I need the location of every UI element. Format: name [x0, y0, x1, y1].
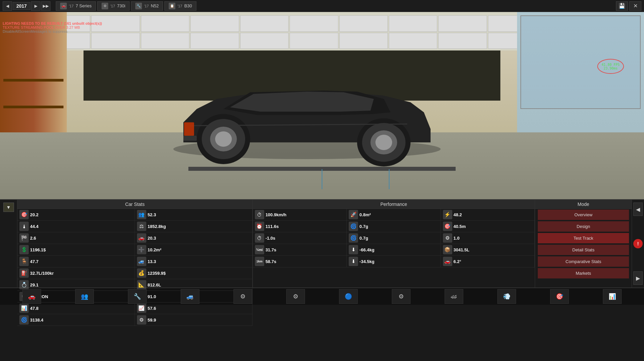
- lift-post-1: [322, 169, 322, 189]
- stat-fuel-economy: ⛽ 32.7L/100kr: [17, 267, 135, 279]
- tab-7-series-icon: 🚗: [60, 3, 67, 9]
- comfort-icon: 👥: [137, 210, 146, 219]
- braking-icon: 🎯: [443, 222, 452, 231]
- utility-icon: 🚗: [137, 233, 146, 243]
- trunk-value: 3041.5L: [454, 247, 470, 252]
- km-icon: 1km: [255, 257, 264, 266]
- interior-icon: 🪑: [19, 257, 29, 266]
- design-button[interactable]: Design: [538, 221, 629, 232]
- tab-730i[interactable]: ⚙ '17 730i: [97, 1, 130, 11]
- close-button[interactable]: ✕: [629, 1, 641, 11]
- top-bar: ◀ 2017 ▶ ▶▶ 🚗 '17 7 Series ⚙ '17 730i 🔧 …: [0, 0, 644, 12]
- toolbar-brake-button[interactable]: ⚙: [392, 289, 411, 304]
- aero-icon: 🌡: [19, 222, 29, 231]
- tab-n52-year: '17: [144, 4, 149, 8]
- dropdown-arrow-button[interactable]: ▼: [3, 203, 14, 212]
- perf-downforce-rear: ⬇ -34.5kg: [347, 256, 441, 267]
- downforce-front-icon: ⬇: [349, 245, 358, 254]
- emissions-icon: 🌀: [19, 315, 29, 325]
- save-button[interactable]: 💾: [616, 1, 628, 11]
- shelf-1: [3, 79, 63, 82]
- nav-back-button[interactable]: ◀: [3, 1, 12, 11]
- prestige-icon: 💍: [19, 280, 29, 289]
- stat-frontal-area: ➕ 10.2m²: [135, 244, 253, 256]
- svg-point-8: [375, 135, 392, 150]
- frontal-area-value: 10.2m²: [148, 247, 161, 252]
- comfort-value: 52.3: [148, 212, 156, 217]
- toolbar-assist-button[interactable]: 🎯: [550, 289, 569, 304]
- markets-button[interactable]: Markets: [538, 268, 629, 278]
- camber-value: 6.2°: [454, 259, 461, 264]
- utility-value: 20.3: [148, 236, 156, 241]
- toolbar-tools-button[interactable]: 🔧: [128, 289, 147, 304]
- lighting-warning: LIGHTING NEEDS TO BE REBUILT (161 unbuil…: [3, 21, 102, 25]
- lift-post-2: [389, 169, 389, 189]
- offroad-value: 13.3: [148, 259, 156, 264]
- stat-noise: ⚙ 59.9: [135, 314, 253, 326]
- cargo-icon: 📐: [137, 280, 146, 289]
- misc1-icon: ⚙: [443, 233, 452, 243]
- stat-service-cost: 💰 12359.9$: [135, 267, 253, 279]
- performance-section: Performance ⏱ 100.9km/h 🚀 0.8m² ⚡ 48.2 ⏰…: [253, 200, 535, 287]
- fuel-economy-icon: ⛽: [19, 268, 29, 278]
- top-speed-icon: ⏱: [255, 210, 264, 219]
- toolbar-gearbox-button[interactable]: ⚙: [286, 289, 305, 304]
- toolbar-engine-button[interactable]: ⚙: [233, 289, 252, 304]
- service-cost-icon: 💰: [137, 268, 146, 278]
- nav-forward-button[interactable]: ▶: [31, 1, 40, 11]
- toolbar-people-button[interactable]: 👥: [75, 289, 94, 304]
- panel-nav-next-button[interactable]: ▶: [633, 271, 643, 285]
- car-display: [157, 62, 457, 169]
- tab-b30[interactable]: 📋 '17 B30: [164, 1, 196, 11]
- toolbar-aero-button[interactable]: 💨: [497, 289, 516, 304]
- trunk-icon: 📦: [443, 245, 452, 254]
- toolbar-race-button[interactable]: 🏎: [445, 289, 463, 304]
- svg-rect-9: [183, 136, 197, 141]
- braking-g-value: 0.7g: [359, 236, 368, 241]
- texture-warning: TEXTURE STREAMING POOL OVER 3.27 MB: [3, 25, 102, 29]
- drag-value: 0.8m²: [359, 212, 371, 217]
- detail-stats-button[interactable]: Detail Stats: [538, 245, 629, 255]
- braking-g-icon: 🌀: [349, 233, 358, 243]
- stat-cost: 💲 1196.1$: [17, 244, 135, 256]
- drag-icon: 🚀: [349, 210, 358, 219]
- interior-value: 47.7: [30, 259, 38, 264]
- alert-button[interactable]: !: [633, 239, 643, 248]
- toolbar-stats-button[interactable]: 📊: [603, 289, 622, 304]
- cargo-value: 812.6L: [148, 282, 161, 287]
- comparative-stats-button[interactable]: Comparative Stats: [538, 256, 629, 267]
- reliability-icon: 📈: [137, 304, 146, 313]
- perf-braking-g: 🌀 0.7g: [347, 232, 441, 244]
- tab-7-series[interactable]: 🚗 '17 7 Series: [56, 1, 96, 11]
- year-display: 2017: [13, 2, 30, 10]
- safety-value: 47.8: [30, 306, 38, 311]
- toolbar-body-button[interactable]: 🚙: [181, 289, 199, 304]
- weight-icon: ⚖: [137, 222, 146, 231]
- tab-b30-label: B30: [184, 3, 192, 8]
- panel-nav-prev-button[interactable]: ◀: [633, 203, 643, 216]
- car-stats-header: Car Stats: [17, 200, 253, 209]
- toolbar-car-button[interactable]: 🚗: [22, 289, 41, 304]
- nav-fast-forward-button[interactable]: ▶▶: [41, 1, 50, 11]
- top-tabs: 🚗 '17 7 Series ⚙ '17 730i 🔧 '17 N52 📋 '1…: [53, 1, 613, 11]
- lateral-g-value: 0.7g: [359, 224, 368, 229]
- shelf-2: [3, 106, 63, 108]
- perf-misc1: ⚙ 1.0: [441, 232, 535, 244]
- lateral-g-icon: 🌀: [349, 222, 358, 231]
- test-track-button[interactable]: Test Track: [538, 233, 629, 243]
- lap-time-value: 111.6s: [266, 224, 279, 229]
- overview-button[interactable]: Overview: [538, 210, 629, 220]
- power-weight-icon: ⚡: [443, 210, 452, 219]
- tab-n52[interactable]: 🔧 '17 N52: [131, 1, 163, 11]
- messages-overlay: LIGHTING NEEDS TO BE REBUILT (161 unbuil…: [3, 21, 102, 33]
- lap-diff-icon: ⏱: [255, 233, 264, 243]
- tab-b30-icon: 📋: [169, 3, 175, 9]
- stat-reliability: 📈 57.6: [135, 303, 253, 314]
- perf-drag: 🚀 0.8m²: [347, 209, 441, 221]
- panel-left-section: ▼: [0, 200, 17, 287]
- tab-n52-label: N52: [151, 3, 159, 8]
- km-value: 58.7s: [266, 259, 277, 264]
- frontal-area-icon: ➕: [137, 245, 146, 254]
- toolbar-wheels-button[interactable]: 🔵: [339, 289, 358, 304]
- performance-grid: ⏱ 100.9km/h 🚀 0.8m² ⚡ 48.2 ⏰ 111.6s 🌀 0.…: [253, 209, 535, 267]
